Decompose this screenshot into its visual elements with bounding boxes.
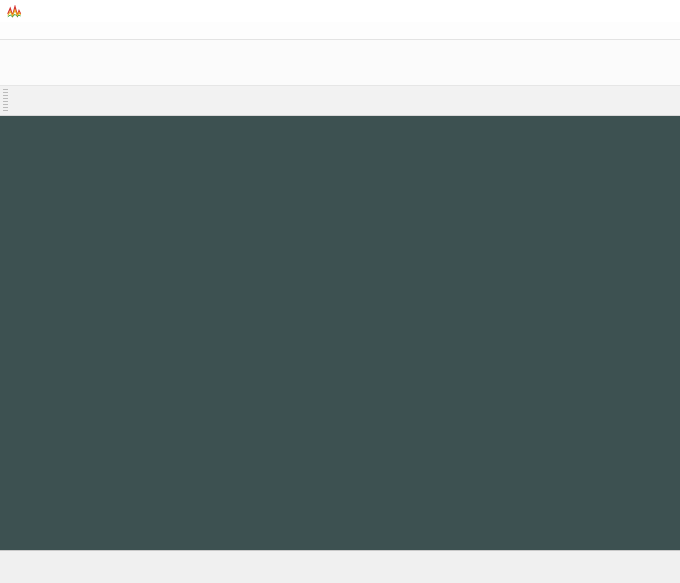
maximize-button[interactable] xyxy=(612,0,646,22)
effects-toolbar xyxy=(0,86,680,116)
status-bar xyxy=(0,550,680,583)
goldwave-logo-icon xyxy=(7,5,23,18)
toolbar-grip[interactable] xyxy=(3,89,8,113)
menu-bar xyxy=(0,22,680,40)
main-toolbar xyxy=(0,40,680,86)
mdi-workspace xyxy=(0,116,680,550)
close-button[interactable] xyxy=(646,0,680,22)
minimize-button[interactable] xyxy=(578,0,612,22)
app-titlebar xyxy=(0,0,680,22)
